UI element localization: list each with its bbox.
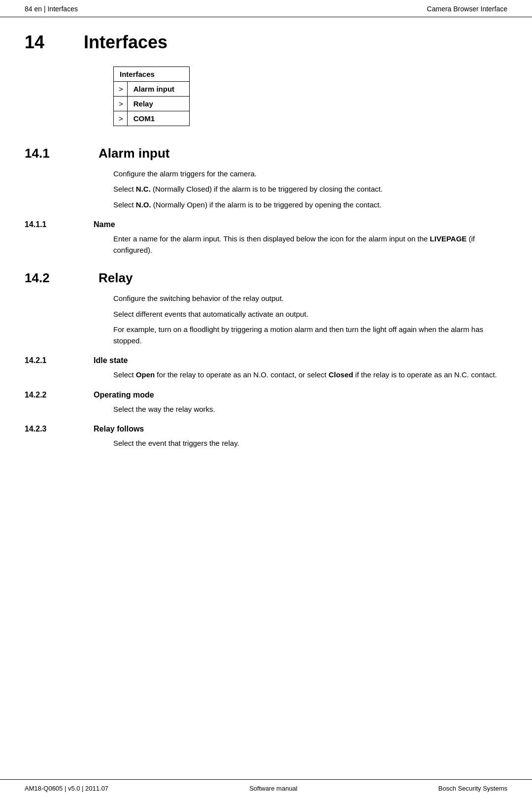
- page-content: 14 Interfaces Interfaces > Alarm input >…: [0, 17, 532, 779]
- chapter-number: 14: [25, 32, 64, 53]
- subsection-number: 14.2.3: [25, 425, 84, 433]
- toc-label: Alarm input: [127, 82, 189, 97]
- toc-table: Interfaces > Alarm input > Relay > COM1: [113, 66, 190, 126]
- subsection-body-paragraph: Select Open for the relay to operate as …: [113, 369, 507, 380]
- section-number: 14.1: [25, 146, 84, 161]
- page-header: 84 en | Interfaces Camera Browser Interf…: [0, 0, 532, 17]
- sections-container: 14.1 Alarm input Configure the alarm tri…: [25, 146, 507, 449]
- subsection-block: 14.1.1 Name Enter a name for the alarm i…: [25, 220, 507, 256]
- section-block: 14.2 Relay Configure the switching behav…: [25, 270, 507, 449]
- body-paragraph: Select N.C. (Normally Closed) if the ala…: [113, 183, 507, 195]
- subsection-title: Operating mode: [94, 391, 154, 399]
- body-paragraph: Select N.O. (Normally Open) if the alarm…: [113, 199, 507, 210]
- header-left: 84 en | Interfaces: [25, 5, 78, 13]
- footer-center: Software manual: [249, 785, 298, 792]
- subsection-number: 14.1.1: [25, 220, 84, 229]
- toc-row: > Relay: [114, 97, 190, 111]
- subsection-body-paragraph: Select the event that triggers the relay…: [113, 437, 507, 449]
- body-paragraph: Configure the alarm triggers for the cam…: [113, 168, 507, 179]
- section-block: 14.1 Alarm input Configure the alarm tri…: [25, 146, 507, 256]
- chapter-title: Interfaces: [84, 32, 167, 53]
- toc-label: COM1: [127, 111, 189, 126]
- toc-arrow: >: [114, 111, 128, 126]
- body-paragraph: Select different events that automatical…: [113, 308, 507, 320]
- toc-header: Interfaces: [114, 67, 190, 82]
- section-number: 14.2: [25, 270, 84, 286]
- subsection-heading: 14.1.1 Name: [25, 220, 507, 229]
- subsection-title: Name: [94, 220, 115, 229]
- subsection-number: 14.2.2: [25, 391, 84, 399]
- header-right: Camera Browser Interface: [427, 5, 507, 13]
- subsection-block: 14.2.3 Relay follows Select the event th…: [25, 425, 507, 449]
- subsection-block: 14.2.1 Idle state Select Open for the re…: [25, 356, 507, 380]
- subsection-number: 14.2.1: [25, 356, 84, 365]
- section-title: Alarm input: [99, 146, 169, 161]
- toc-row: > Alarm input: [114, 82, 190, 97]
- section-heading: 14.1 Alarm input: [25, 146, 507, 161]
- footer-left: AM18-Q0605 | v5.0 | 2011.07: [25, 785, 108, 792]
- toc-row: > COM1: [114, 111, 190, 126]
- toc-label: Relay: [127, 97, 189, 111]
- body-paragraph: For example, turn on a floodlight by tri…: [113, 324, 507, 347]
- page-footer: AM18-Q0605 | v5.0 | 2011.07 Software man…: [0, 779, 532, 797]
- body-paragraph: Configure the switching behavior of the …: [113, 293, 507, 304]
- subsection-heading: 14.2.1 Idle state: [25, 356, 507, 365]
- subsection-body-paragraph: Enter a name for the alarm input. This i…: [113, 233, 507, 256]
- section-title: Relay: [99, 270, 133, 286]
- section-heading: 14.2 Relay: [25, 270, 507, 286]
- subsection-heading: 14.2.3 Relay follows: [25, 425, 507, 433]
- page-container: 84 en | Interfaces Camera Browser Interf…: [0, 0, 532, 797]
- chapter-heading: 14 Interfaces: [25, 32, 507, 53]
- subsection-body-paragraph: Select the way the relay works.: [113, 403, 507, 415]
- toc-arrow: >: [114, 97, 128, 111]
- toc-arrow: >: [114, 82, 128, 97]
- subsection-block: 14.2.2 Operating mode Select the way the…: [25, 391, 507, 415]
- subsection-title: Idle state: [94, 356, 128, 365]
- subsection-title: Relay follows: [94, 425, 144, 433]
- subsection-heading: 14.2.2 Operating mode: [25, 391, 507, 399]
- footer-right: Bosch Security Systems: [438, 785, 507, 792]
